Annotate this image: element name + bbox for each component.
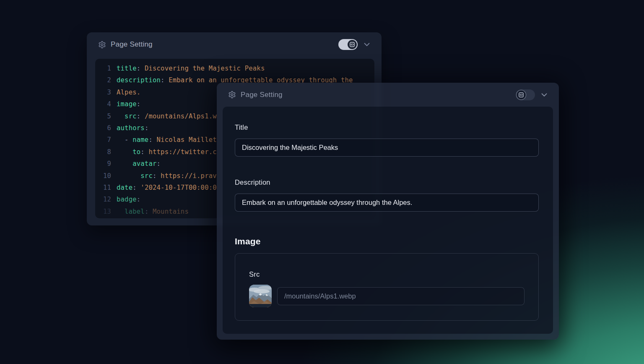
line-number: 2 [101, 74, 111, 86]
code-panel-header: Page Setting [87, 32, 382, 57]
line-number: 10 [101, 170, 111, 182]
toggle-knob [517, 90, 526, 100]
code-text: title: Discovering the Majestic Peaks [117, 63, 265, 74]
title-label: Title [235, 123, 539, 131]
code-text: Alpes. [117, 86, 140, 98]
image-src-input[interactable] [277, 287, 525, 305]
chevron-down-icon[interactable] [540, 90, 549, 100]
panel-title: Page Setting [111, 40, 153, 49]
code-text: date: '2024-10-17T00:00:0 [117, 182, 217, 194]
code-square-icon [349, 42, 355, 47]
form-body-card: Title Description Image Src [223, 107, 553, 334]
code-line: 1title: Discovering the Majestic Peaks [101, 63, 371, 74]
line-number: 7 [101, 134, 111, 146]
line-number: 12 [101, 194, 111, 205]
code-text: - name: Nicolas Maillet [117, 134, 217, 146]
code-text: badge: [117, 194, 140, 205]
src-row [249, 285, 538, 307]
form-settings-panel: Page Setting Title Description Image Src [217, 83, 559, 340]
description-input[interactable] [235, 194, 539, 212]
title-input[interactable] [235, 139, 539, 157]
gear-icon [228, 91, 236, 99]
line-number: 11 [101, 182, 111, 194]
panel-title: Page Setting [241, 91, 283, 99]
code-text: to: https://twitter.c [117, 146, 217, 158]
line-number: 3 [101, 86, 111, 98]
line-number: 6 [101, 122, 111, 134]
code-view-toggle[interactable] [516, 89, 535, 100]
code-square-icon [518, 92, 524, 98]
code-text: label: Mountains [117, 206, 189, 217]
line-number: 5 [101, 110, 111, 122]
code-text: src: /mountains/Alps1.w [117, 110, 217, 122]
line-number: 9 [101, 158, 111, 170]
code-text: image: [117, 98, 140, 110]
line-number: 8 [101, 146, 111, 158]
line-number: 1 [101, 63, 111, 74]
code-text: authors: [117, 122, 148, 134]
image-section-card: Src [235, 253, 539, 321]
src-label: Src [249, 270, 538, 278]
chevron-down-icon[interactable] [362, 40, 371, 49]
toggle-knob [348, 40, 357, 49]
line-number: 4 [101, 98, 111, 110]
code-text: avatar: [117, 158, 161, 170]
image-thumbnail [249, 285, 272, 307]
gear-icon [98, 41, 106, 49]
form-panel-header: Page Setting [217, 83, 559, 107]
code-text: src: https://i.prav [117, 170, 217, 182]
image-section-heading: Image [235, 236, 539, 246]
line-number: 13 [101, 206, 111, 217]
description-label: Description [235, 178, 539, 186]
code-view-toggle[interactable] [338, 39, 358, 50]
